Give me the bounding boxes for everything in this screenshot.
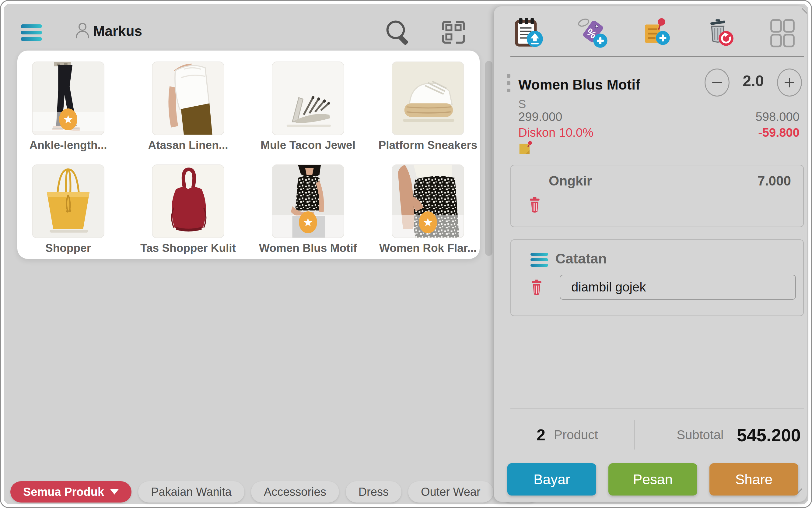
plus-icon: [783, 76, 796, 89]
cart-toolbar: %: [514, 17, 797, 51]
product-name: Women Blus Motif: [259, 242, 357, 255]
grid-view-button[interactable]: [768, 18, 797, 50]
product-name: Tas Shopper Kulit: [140, 242, 236, 255]
product-name: Women Rok Flar...: [379, 242, 477, 255]
resize-grip-icon[interactable]: [797, 8, 807, 19]
menu-icon[interactable]: [21, 25, 42, 41]
search-icon: [384, 43, 412, 48]
toolbar-divider: [510, 56, 804, 57]
cart-item-quantity[interactable]: 2.0: [731, 72, 775, 90]
product-card-mule-tacon[interactable]: [272, 61, 344, 135]
discount-amount: -59.800: [758, 126, 800, 139]
order-note-input[interactable]: [560, 275, 796, 300]
user-name: Markus: [93, 23, 142, 39]
person-icon: [75, 22, 90, 40]
item-note-button[interactable]: [518, 139, 533, 156]
trash-icon: [530, 279, 543, 297]
category-label: Outer Wear: [421, 485, 481, 499]
totals-row: 2 Product Subtotal 545.200: [536, 418, 801, 452]
subtotal-value: 545.200: [737, 425, 801, 445]
category-chip-pakaian-wanita[interactable]: Pakaian Wanita: [138, 481, 244, 503]
product-cell: Shopper: [32, 164, 104, 255]
discount-label: Diskon 10.0%: [518, 126, 593, 139]
shipping-box: Ongkir 7.000: [510, 165, 804, 227]
product-card-women-blus-motif[interactable]: ★: [272, 164, 344, 238]
product-photo-red-hobo-bag: [152, 165, 224, 238]
star-badge-icon: ★: [299, 211, 317, 233]
grid-view-icon: [768, 18, 797, 48]
share-button[interactable]: Share: [709, 463, 798, 496]
product-scrollbar[interactable]: [485, 61, 492, 256]
product-grid-card: ★ Ankle-length... Atasan Linen...: [17, 50, 480, 259]
product-cell: Platform Sneakers: [392, 61, 464, 152]
line-total: 598.000: [755, 110, 800, 124]
minus-icon: [710, 76, 724, 89]
unit-price: 299.000: [518, 110, 563, 124]
pay-button[interactable]: Bayar: [507, 463, 596, 496]
product-card-women-rok-flar[interactable]: ★: [392, 164, 464, 238]
note-menu-icon[interactable]: [530, 253, 548, 267]
category-chip-outer-wear[interactable]: Outer Wear: [408, 481, 493, 503]
trash-reset-icon: [705, 17, 735, 49]
discount-tag-icon: %: [577, 17, 609, 49]
product-photo-blouse: [152, 62, 224, 135]
quantity-increase-button[interactable]: [777, 69, 802, 96]
subtotal-label: Subtotal: [677, 428, 723, 442]
save-order-icon: [514, 17, 544, 49]
product-name: Atasan Linen...: [148, 139, 228, 152]
product-name: Mule Tacon Jewel: [260, 139, 355, 152]
current-user[interactable]: Markus: [75, 22, 142, 40]
remove-shipping-button[interactable]: [528, 196, 541, 215]
sticky-note-icon: [518, 139, 533, 155]
cart-panel: %: [494, 6, 807, 502]
product-photo-heels: [272, 62, 344, 135]
category-chip-accessories[interactable]: Accessories: [251, 481, 339, 503]
category-label: Accessories: [264, 485, 326, 499]
product-card-platform-sneakers[interactable]: [392, 61, 464, 135]
product-card-atasan-linen[interactable]: [152, 61, 224, 135]
product-cell: Mule Tacon Jewel: [272, 61, 344, 152]
cart-item-discount-row: Diskon 10.0% -59.800: [518, 126, 800, 139]
pos-app-window: Markus: [0, 0, 812, 508]
product-photo-sneaker: [392, 62, 464, 135]
product-card-shopper[interactable]: [32, 164, 104, 238]
drag-handle-icon[interactable]: [507, 74, 510, 92]
order-note-box: Catatan: [510, 239, 804, 316]
product-cell: ★ Women Blus Motif: [272, 164, 344, 255]
category-chip-semua-produk[interactable]: Semua Produk: [10, 481, 132, 503]
product-photo-yellow-tote: [33, 165, 104, 238]
cart-item-variant: S: [518, 98, 526, 111]
category-label: Dress: [359, 485, 389, 499]
totals-separator: [634, 420, 635, 450]
product-cell: Atasan Linen...: [152, 61, 224, 152]
product-card-tas-shopper-kulit[interactable]: [152, 164, 224, 238]
product-cell: ★ Ankle-length...: [32, 61, 104, 152]
remove-note-button[interactable]: [530, 279, 543, 298]
totals-divider: [510, 408, 804, 409]
category-bar: Semua Produk Pakaian Wanita Accessories …: [10, 481, 540, 503]
cart-item-price-row: 299.000 598.000: [518, 110, 800, 124]
pinned-note-add-icon: [641, 17, 672, 49]
trash-icon: [528, 196, 541, 214]
add-discount-button[interactable]: %: [577, 17, 609, 50]
cart-item-name: Women Blus Motif: [518, 77, 640, 93]
product-card-ankle-length[interactable]: ★: [32, 61, 104, 135]
product-name: Platform Sneakers: [379, 139, 478, 152]
clear-cart-button[interactable]: [705, 17, 735, 50]
star-badge-icon: ★: [59, 109, 77, 130]
product-cell: ★ Women Rok Flar...: [392, 164, 464, 255]
product-cell: Tas Shopper Kulit: [152, 164, 224, 255]
scan-barcode-button[interactable]: [441, 19, 466, 46]
product-count-label: Product: [554, 428, 598, 442]
category-chip-dress[interactable]: Dress: [346, 481, 401, 503]
shipping-amount: 7.000: [758, 173, 791, 188]
order-button[interactable]: Pesan: [608, 463, 697, 496]
product-grid: ★ Ankle-length... Atasan Linen...: [32, 61, 464, 255]
category-label: Semua Produk: [23, 485, 104, 499]
qr-scan-icon: [441, 41, 466, 46]
save-order-button[interactable]: [514, 17, 544, 50]
add-note-button[interactable]: [641, 17, 672, 50]
search-button[interactable]: [384, 19, 412, 48]
quantity-decrease-button[interactable]: [705, 69, 729, 96]
action-buttons: Bayar Pesan Share: [507, 463, 798, 496]
